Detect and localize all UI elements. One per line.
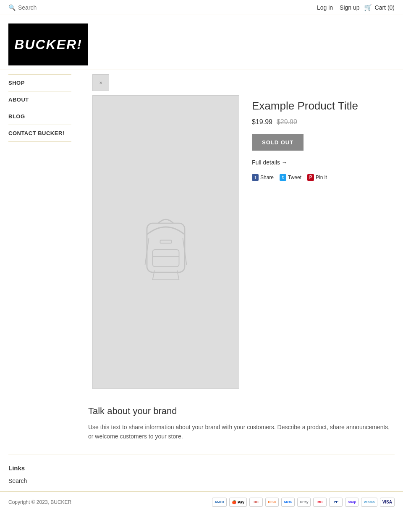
payment-icons: AMEX 🍎 Pay DC DISC Meta GPay MC PP Shop … — [212, 498, 395, 507]
product-info: Example Product Title $19.99 $29.99 SOLD… — [252, 95, 390, 181]
discover-badge: DISC — [265, 498, 279, 507]
thumbnail-row: ✕ — [92, 74, 390, 91]
venmo-badge: Venmo — [361, 498, 377, 507]
sidebar-item-contact[interactable]: CONTACT BUCKER! — [8, 125, 71, 142]
facebook-share-label: Share — [260, 175, 274, 180]
sidebar: SHOP ABOUT BLOG CONTACT BUCKER! — [0, 70, 80, 393]
meta-badge: Meta — [281, 498, 295, 507]
gpay-badge: GPay — [297, 498, 311, 507]
facebook-share-button[interactable]: f Share — [252, 174, 274, 181]
diners-badge: DC — [249, 498, 263, 507]
svg-rect-2 — [153, 250, 179, 267]
apple-pay-badge: 🍎 Pay — [229, 498, 247, 507]
logo-text: BUCKER! — [14, 37, 82, 52]
footer-search-link[interactable]: Search — [8, 477, 27, 484]
logo-section: BUCKER! — [0, 15, 403, 70]
copyright-text: Copyright © 2023, BUCKER — [8, 499, 71, 505]
sidebar-item-blog[interactable]: BLOG — [8, 108, 71, 125]
social-share: f Share t Tweet P Pin it — [252, 174, 390, 181]
product-main: Example Product Title $19.99 $29.99 SOLD… — [92, 95, 390, 389]
search-icon: 🔍 — [8, 4, 16, 11]
full-details-link[interactable]: Full details → — [252, 159, 390, 166]
pinterest-share-label: Pin it — [316, 175, 327, 180]
pinterest-icon: P — [307, 174, 314, 181]
twitter-share-button[interactable]: t Tweet — [280, 174, 301, 181]
visa-badge: VISA — [380, 498, 395, 507]
main-container: SHOP ABOUT BLOG CONTACT BUCKER! ✕ — [0, 70, 403, 393]
brand-title: Talk about your brand — [88, 406, 395, 417]
cart-label: Cart (0) — [375, 4, 395, 11]
price-sale: $19.99 — [252, 118, 272, 126]
login-link[interactable]: Log in — [317, 4, 333, 11]
footer-links-title: Links — [8, 464, 395, 472]
cart-icon: 🛒 — [364, 3, 372, 11]
amex-badge: AMEX — [212, 498, 227, 507]
search-input[interactable] — [18, 4, 68, 11]
shop-pay-badge: Shop — [345, 498, 359, 507]
logo-box[interactable]: BUCKER! — [8, 23, 88, 65]
facebook-icon: f — [252, 174, 259, 181]
twitter-share-label: Tweet — [288, 175, 301, 180]
svg-rect-1 — [160, 240, 172, 243]
sidebar-item-about[interactable]: ABOUT — [8, 91, 71, 108]
product-thumbnail[interactable]: ✕ — [92, 74, 109, 91]
footer-top: Links Search — [0, 454, 403, 491]
product-title: Example Product Title — [252, 99, 390, 112]
brand-section: Talk about your brand Use this text to s… — [80, 393, 403, 454]
paypal-badge: PP — [329, 498, 343, 507]
search-area: 🔍 — [8, 4, 313, 11]
signup-link[interactable]: Sign up — [340, 4, 359, 11]
brand-description: Use this text to share information about… — [88, 422, 395, 441]
sidebar-item-shop[interactable]: SHOP — [8, 74, 71, 91]
twitter-icon: t — [280, 174, 286, 181]
product-image — [92, 95, 239, 389]
site-header: 🔍 Log in Sign up 🛒 Cart (0) — [0, 0, 403, 15]
product-area: ✕ — [80, 70, 403, 393]
price-original: $29.99 — [277, 118, 297, 126]
mastercard-badge: MC — [313, 498, 327, 507]
price-row: $19.99 $29.99 — [252, 118, 390, 126]
header-nav: Log in Sign up — [317, 4, 360, 11]
backpack-illustration — [128, 200, 204, 284]
cart-area[interactable]: 🛒 Cart (0) — [364, 3, 395, 11]
pinterest-share-button[interactable]: P Pin it — [307, 174, 327, 181]
footer-bottom: Copyright © 2023, BUCKER AMEX 🍎 Pay DC D… — [0, 491, 403, 513]
sold-out-button[interactable]: SOLD OUT — [252, 134, 304, 151]
